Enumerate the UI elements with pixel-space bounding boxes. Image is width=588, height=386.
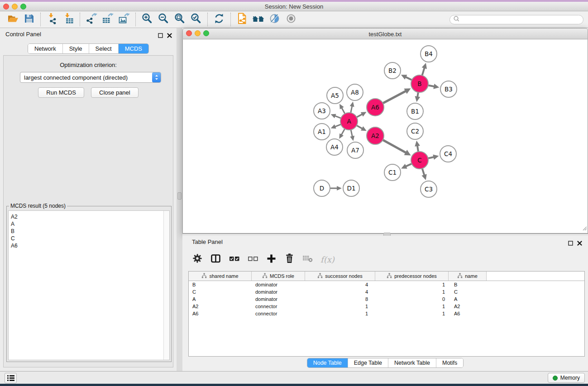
add-row-button[interactable] (266, 253, 277, 266)
table-cell[interactable]: connector (252, 304, 305, 309)
mcds-result-list[interactable]: A2ABCA6 (8, 210, 170, 360)
result-list-item[interactable]: B (11, 228, 169, 235)
table-cell[interactable]: 1 (305, 311, 375, 316)
table-cell[interactable]: C (449, 289, 487, 295)
result-list-item[interactable]: A6 (11, 242, 169, 249)
table-cell[interactable]: dominator (252, 289, 305, 295)
float-panel-icon[interactable] (158, 32, 163, 40)
tab-network[interactable]: Network (28, 44, 62, 53)
table-cell[interactable]: A (449, 296, 487, 302)
table-row[interactable]: Bdominator41B (189, 281, 584, 288)
table-cell[interactable]: 1 (375, 304, 449, 309)
import-table-button[interactable] (60, 12, 76, 27)
table-cell[interactable]: 1 (375, 311, 449, 316)
tab-edge-table[interactable]: Edge Table (348, 358, 388, 367)
cytoscape-home-button[interactable] (250, 12, 267, 27)
result-list-item[interactable]: A2 (11, 213, 169, 220)
table-cell[interactable]: dominator (252, 282, 305, 287)
table-cell[interactable]: A2 (189, 304, 252, 309)
function-builder-icon[interactable]: f(x) (320, 255, 335, 264)
column-header-shared-name[interactable]: shared name (189, 272, 252, 281)
resize-handle-icon[interactable] (581, 224, 587, 233)
tab-select[interactable]: Select (89, 44, 118, 53)
table-settings-button[interactable] (192, 253, 203, 266)
table-row[interactable]: Cdominator41C (189, 288, 584, 295)
column-header-name[interactable]: name (449, 272, 487, 281)
save-session-button[interactable] (21, 12, 37, 27)
zoom-in-button[interactable] (139, 12, 155, 27)
float-panel-icon[interactable] (568, 239, 573, 248)
run-mcds-button[interactable]: Run MCDS (38, 87, 84, 98)
table-panel: Table Panel f(x) shared nameMCDS rolesuc… (182, 236, 588, 371)
tab-group: Node TableEdge TableNetwork TableMotifs (307, 358, 464, 368)
table-cell[interactable]: A6 (189, 311, 252, 316)
hide-graphics-details-button[interactable] (267, 12, 283, 27)
search-field[interactable] (449, 15, 583, 24)
table-row[interactable]: A2connector11A2 (189, 303, 584, 310)
column-header-successor-nodes[interactable]: successor nodes (305, 272, 375, 281)
table-cell[interactable]: A2 (449, 304, 487, 309)
export-table-button[interactable] (100, 12, 116, 27)
tab-motifs[interactable]: Motifs (436, 358, 463, 367)
table-cell[interactable]: connector (252, 311, 305, 316)
table-cell[interactable]: A (189, 296, 252, 302)
export-table-icon (102, 13, 114, 26)
column-header-predecessor-nodes[interactable]: predecessor nodes (375, 272, 449, 281)
column-type-icon (317, 273, 323, 279)
zoom-selected-button[interactable] (188, 12, 204, 27)
select-all-button[interactable] (229, 253, 240, 266)
table-cell[interactable]: 4 (305, 282, 375, 287)
table-cell[interactable]: dominator (252, 296, 305, 302)
result-scrollbar[interactable] (163, 211, 169, 360)
refresh-network-button[interactable] (211, 12, 227, 27)
close-panel-icon[interactable] (577, 239, 582, 248)
export-network-button[interactable] (83, 12, 100, 27)
table-cell[interactable]: 1 (375, 282, 449, 287)
network-canvas[interactable]: AA1A2A3A4A5A6A7A8BB1B2B3B4CC1C2C3C4DD1 (182, 39, 588, 234)
show-columns-button[interactable] (210, 253, 221, 266)
tab-style[interactable]: Style (62, 44, 89, 53)
network-window-titlebar[interactable]: testGlobe.txt (182, 28, 588, 39)
table-row[interactable]: A6connector11A6 (189, 310, 584, 317)
table-cell[interactable]: A6 (449, 311, 487, 316)
toolbar-separator (40, 13, 41, 26)
tab-network-table[interactable]: Network Table (388, 358, 436, 367)
criterion-dropdown[interactable]: largest connected component (directed) (20, 72, 161, 83)
memory-button[interactable]: Memory (548, 373, 585, 383)
result-list-item[interactable]: A (11, 220, 169, 228)
export-image-button[interactable] (116, 12, 132, 27)
divider-grip[interactable] (177, 192, 182, 200)
table-cell[interactable]: B (189, 282, 252, 287)
status-bar: Memory (0, 371, 588, 384)
tab-mcds[interactable]: MCDS (118, 44, 148, 53)
zoom-fit-button[interactable] (172, 12, 188, 27)
table-cell[interactable]: 8 (305, 296, 375, 302)
delete-rows-button[interactable] (284, 253, 295, 266)
table-cell[interactable]: 4 (305, 289, 375, 295)
delete-columns-button[interactable] (302, 254, 313, 265)
table-cell[interactable]: 1 (375, 289, 449, 295)
import-network-button[interactable] (44, 12, 60, 27)
close-panel-icon[interactable] (167, 32, 172, 40)
close-panel-button[interactable]: Close panel (91, 87, 139, 98)
open-session-button[interactable] (5, 12, 21, 27)
tab-node-table[interactable]: Node Table (307, 358, 348, 367)
column-header-MCDS-role[interactable]: MCDS role (252, 272, 305, 281)
search-input[interactable] (460, 16, 583, 23)
table-cell[interactable]: 0 (375, 296, 449, 302)
column-label: MCDS role (270, 273, 294, 279)
zoom-out-button[interactable] (155, 12, 172, 27)
panel-divider-vertical[interactable] (177, 28, 182, 371)
table-cell[interactable]: B (449, 282, 487, 287)
show-graphics-details-button[interactable] (283, 12, 299, 27)
node-table[interactable]: shared nameMCDS rolesuccessor nodesprede… (188, 271, 585, 357)
edge-arrow-icon (433, 154, 439, 160)
node-label-B3: B3 (445, 86, 453, 93)
panel-list-button[interactable] (5, 373, 17, 383)
table-row[interactable]: Adominator80A (189, 295, 584, 303)
table-cell[interactable]: 1 (305, 304, 375, 309)
open-in-browser-button[interactable] (234, 12, 250, 27)
result-list-item[interactable]: C (11, 235, 169, 242)
table-cell[interactable]: C (189, 289, 252, 295)
deselect-all-button[interactable] (248, 253, 258, 266)
